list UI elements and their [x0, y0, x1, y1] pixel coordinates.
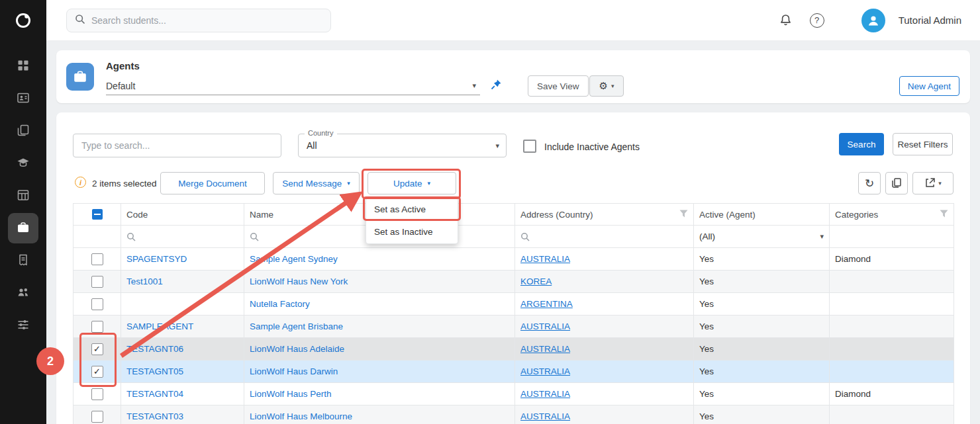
- sidebar-item-settings[interactable]: [8, 310, 38, 341]
- avatar[interactable]: [861, 9, 885, 32]
- table-row-selected[interactable]: ✓ TESTAGNT05 LionWolf Haus Darwin AUSTRA…: [74, 360, 954, 383]
- sidebar-item-reports[interactable]: [8, 181, 38, 211]
- copy-icon: [891, 177, 902, 190]
- sidebar-item-invoices[interactable]: [8, 245, 38, 276]
- export-button[interactable]: ▾: [912, 172, 954, 194]
- agent-name-link[interactable]: Nutella Factory: [250, 299, 310, 309]
- agent-categories-cell: Diamond: [830, 248, 954, 271]
- table-row[interactable]: TESTAGNT03 LionWolf Haus Melbourne AUSTR…: [74, 405, 954, 424]
- send-message-button[interactable]: Send Message ▾: [273, 172, 360, 194]
- app-logo-icon[interactable]: [0, 0, 46, 41]
- agent-country-link[interactable]: AUSTRALIA: [520, 366, 570, 376]
- agent-name-link[interactable]: LionWolf Haus Melbourne: [250, 411, 352, 421]
- sidebar-item-students[interactable]: [8, 83, 38, 114]
- reset-filters-button[interactable]: Reset Filters: [893, 133, 953, 155]
- chevron-down-icon: ▾: [611, 83, 614, 89]
- row-checkbox[interactable]: [91, 411, 103, 423]
- row-checkbox[interactable]: [91, 388, 103, 400]
- include-inactive-checkbox[interactable]: [523, 140, 536, 153]
- row-checkbox-checked[interactable]: ✓: [91, 343, 103, 355]
- notifications-bell-icon[interactable]: [779, 13, 793, 27]
- col-header-categories-label: Categories: [835, 210, 878, 220]
- agent-active-cell: Yes: [694, 293, 830, 316]
- documents-icon: [17, 124, 30, 139]
- agent-country-link[interactable]: AUSTRALIA: [520, 411, 570, 421]
- agent-name-link[interactable]: Sample Agent Sydney: [250, 254, 338, 264]
- save-view-button[interactable]: Save View: [528, 75, 589, 97]
- agent-code-link[interactable]: SPAGENTSYD: [126, 254, 187, 264]
- col-header-active[interactable]: Active (Agent): [694, 204, 830, 226]
- search-button[interactable]: Search: [839, 133, 884, 155]
- filter-funnel-icon[interactable]: [940, 210, 948, 220]
- sidebar-item-contacts[interactable]: [8, 278, 38, 308]
- sidebar-item-agents[interactable]: [8, 213, 38, 243]
- active-filter-select[interactable]: (All)▾: [694, 226, 830, 248]
- select-all-checkbox[interactable]: [92, 209, 103, 220]
- menu-item-set-as-inactive[interactable]: Set as Inactive: [366, 221, 458, 243]
- agent-name-link[interactable]: Sample Agent Brisbane: [250, 321, 343, 331]
- table-row[interactable]: TESTAGNT04 LionWolf Haus Perth AUSTRALIA…: [74, 383, 954, 405]
- merge-document-button[interactable]: Merge Document: [160, 172, 265, 194]
- agent-country-link[interactable]: KOREA: [520, 276, 552, 286]
- help-icon[interactable]: ?: [810, 13, 824, 28]
- agent-name-link[interactable]: LionWolf Haus Adelaide: [250, 344, 344, 354]
- view-select[interactable]: Default ▾: [106, 77, 480, 95]
- agent-code-link[interactable]: TESTAGNT05: [126, 366, 183, 376]
- search-input[interactable]: [91, 15, 322, 26]
- update-button[interactable]: Update ▾: [368, 172, 456, 194]
- menu-item-set-as-active[interactable]: Set as Active: [366, 198, 458, 221]
- col-header-address[interactable]: Address (Country): [515, 204, 694, 226]
- agent-country-link[interactable]: AUSTRALIA: [520, 321, 570, 331]
- col-header-code[interactable]: Code: [121, 204, 244, 226]
- table-row[interactable]: Test1001 LionWolf Haus New York KOREA Ye…: [74, 271, 954, 293]
- sidebar-item-dashboard[interactable]: [8, 51, 38, 81]
- table-row-selected[interactable]: ✓ TESTAGNT06 LionWolf Haus Adelaide AUST…: [74, 338, 954, 360]
- grid-search-input[interactable]: [81, 140, 273, 151]
- refresh-icon: ↻: [865, 177, 874, 191]
- copy-button[interactable]: [885, 172, 908, 194]
- address-filter-cell[interactable]: [515, 226, 694, 248]
- grid-search-box[interactable]: [73, 134, 281, 157]
- new-agent-button[interactable]: New Agent: [899, 76, 959, 96]
- chevron-down-icon: ▾: [347, 180, 350, 187]
- col-header-categories[interactable]: Categories: [830, 204, 954, 226]
- sidebar-item-courses[interactable]: [8, 148, 38, 179]
- row-checkbox[interactable]: [91, 253, 103, 265]
- agent-code-link[interactable]: TESTAGNT03: [126, 411, 183, 421]
- row-checkbox[interactable]: [91, 298, 103, 310]
- agent-code-link[interactable]: SAMPLEAGENT: [126, 321, 193, 331]
- agent-country-link[interactable]: ARGENTINA: [520, 299, 573, 309]
- active-filter-value: (All): [699, 232, 715, 241]
- agents-panel: Country All ▾ Include Inactive Agents Se…: [56, 112, 970, 424]
- agent-country-link[interactable]: AUSTRALIA: [520, 254, 570, 264]
- agent-name-link[interactable]: LionWolf Haus New York: [250, 276, 348, 286]
- agent-country-link[interactable]: AUSTRALIA: [520, 344, 570, 354]
- table-row[interactable]: Nutella Factory ARGENTINA Yes: [74, 293, 954, 316]
- agent-categories-cell: Diamond: [830, 383, 954, 405]
- table-row[interactable]: SAMPLEAGENT Sample Agent Brisbane AUSTRA…: [74, 316, 954, 338]
- sidebar-item-applications[interactable]: [8, 116, 38, 146]
- view-header-card: Agents Default ▾ Save View ⚙ ▾ New Agent: [56, 50, 970, 103]
- student-search[interactable]: [66, 9, 331, 32]
- table-row[interactable]: SPAGENTSYD Sample Agent Sydney AUSTRALIA…: [74, 248, 954, 271]
- view-settings-button[interactable]: ⚙ ▾: [589, 75, 624, 97]
- search-icon: [250, 232, 259, 241]
- row-checkbox[interactable]: [91, 276, 103, 288]
- row-checkbox-checked[interactable]: ✓: [91, 366, 103, 378]
- refresh-button[interactable]: ↻: [858, 172, 881, 194]
- chevron-down-icon: ▾: [820, 232, 824, 241]
- code-filter-cell[interactable]: [121, 226, 244, 248]
- agent-country-link[interactable]: AUSTRALIA: [520, 389, 570, 399]
- agents-table: Code Name Address (Country) Active (Agen…: [73, 203, 954, 424]
- row-checkbox[interactable]: [91, 321, 103, 333]
- agent-code-link[interactable]: TESTAGNT04: [126, 389, 183, 399]
- agent-name-link[interactable]: LionWolf Haus Perth: [250, 389, 332, 399]
- filter-funnel-icon[interactable]: [679, 210, 688, 220]
- agent-code-link[interactable]: Test1001: [126, 276, 163, 286]
- pin-icon[interactable]: [490, 79, 502, 93]
- agent-code-link[interactable]: TESTAGNT06: [126, 344, 183, 354]
- user-name: Tutorial Admin: [899, 15, 961, 26]
- country-select[interactable]: Country All ▾: [298, 134, 507, 157]
- agent-active-cell: Yes: [694, 248, 830, 271]
- agent-name-link[interactable]: LionWolf Haus Darwin: [250, 366, 338, 376]
